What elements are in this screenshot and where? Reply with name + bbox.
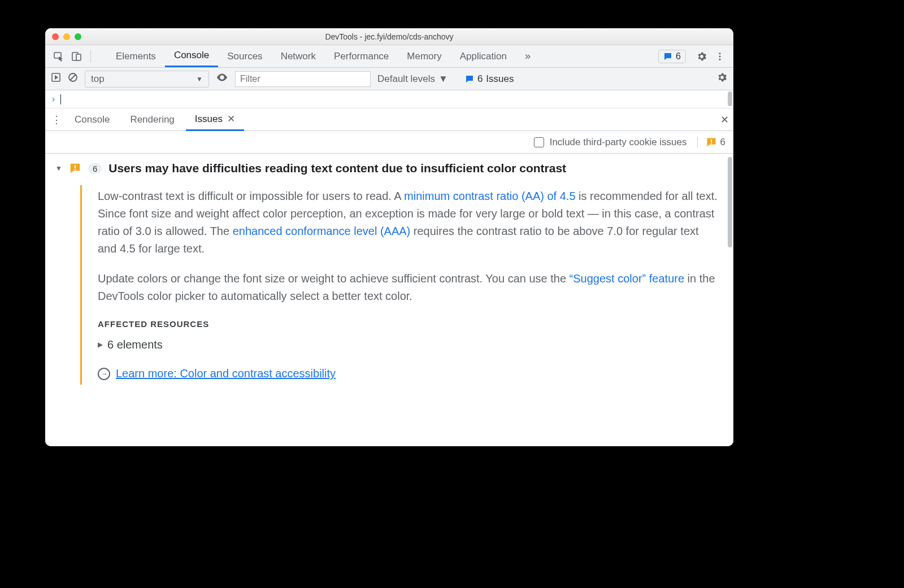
tab-console[interactable]: Console (165, 45, 218, 67)
svg-rect-11 (75, 165, 76, 169)
issues-warn-count-value: 6 (720, 137, 725, 148)
close-drawer-icon[interactable]: ✕ (720, 114, 729, 126)
link-min-contrast[interactable]: minimum contrast ratio (AA) of 4.5 (404, 190, 575, 202)
drawer-tab-rendering[interactable]: Rendering (121, 110, 183, 130)
tab-performance[interactable]: Performance (325, 46, 398, 67)
affected-resources-header: AFFECTED RESOURCES (98, 317, 720, 330)
issue-count-badge: 6 (88, 163, 102, 174)
device-toolbar-icon[interactable] (69, 49, 85, 64)
issue-body: Low-contrast text is difficult or imposs… (80, 185, 720, 385)
scrollbar-thumb[interactable] (728, 157, 732, 247)
console-prompt[interactable]: › (45, 90, 733, 108)
checkbox-icon (534, 137, 544, 147)
context-value: top (91, 73, 105, 85)
live-expression-eye-icon[interactable] (216, 71, 228, 86)
disclosure-triangle-icon: ▶ (98, 339, 103, 350)
more-menu-icon[interactable] (712, 49, 728, 64)
prompt-chevron-icon: › (51, 94, 56, 104)
context-select[interactable]: top ▼ (85, 71, 209, 88)
issues-badge-count: 6 (676, 51, 681, 62)
issue-description-2: Update colors or change the font size or… (98, 270, 720, 305)
open-issues-button[interactable]: 6 (658, 50, 686, 63)
affected-resources-label: 6 elements (107, 336, 163, 354)
settings-gear-icon[interactable] (694, 49, 710, 64)
drawer-tab-issues-label: Issues (195, 114, 223, 124)
tab-elements[interactable]: Elements (107, 46, 165, 67)
main-tabstrip: Elements Console Sources Network Perform… (45, 45, 733, 68)
tabs-overflow-button[interactable]: » (516, 46, 540, 67)
warning-icon (69, 162, 81, 175)
issue-title: Users may have difficulties reading text… (108, 162, 566, 175)
learn-more-row: → Learn more: Color and contrast accessi… (98, 365, 720, 382)
devtools-window: DevTools - jec.fyi/demo/cds-anchovy Elem… (45, 28, 733, 446)
link-aaa-level[interactable]: enhanced conformance level (AAA) (233, 225, 411, 237)
divider (90, 50, 91, 63)
chevron-down-icon: ▼ (438, 73, 448, 85)
filter-input[interactable] (235, 71, 371, 87)
link-suggest-color[interactable]: “Suggest color” feature (570, 272, 684, 285)
svg-rect-12 (75, 169, 76, 170)
inspect-element-icon[interactable] (51, 49, 67, 64)
tab-sources[interactable]: Sources (218, 46, 271, 67)
issues-link-count: 6 (477, 73, 483, 85)
issues-link[interactable]: 6 Issues (465, 73, 514, 85)
learn-more-link[interactable]: Learn more: Color and contrast accessibi… (116, 365, 336, 382)
svg-point-5 (719, 58, 721, 60)
main-tabs: Elements Console Sources Network Perform… (107, 45, 540, 67)
issue-description-1: Low-contrast text is difficult or imposs… (98, 188, 720, 258)
svg-rect-2 (76, 54, 81, 60)
disclosure-triangle-icon[interactable]: ▼ (55, 164, 62, 172)
issue-header[interactable]: ▼ 6 Users may have difficulties reading … (55, 162, 720, 175)
issues-panel: ▼ 6 Users may have difficulties reading … (45, 154, 733, 446)
tab-network[interactable]: Network (272, 46, 325, 67)
include-third-party-label: Include third-party cookie issues (550, 137, 687, 148)
console-toolbar: top ▼ Default levels ▼ 6 Issues (45, 68, 733, 90)
chevron-down-icon: ▼ (196, 75, 203, 83)
svg-point-3 (719, 53, 721, 54)
svg-rect-10 (711, 143, 712, 144)
tab-memory[interactable]: Memory (398, 46, 450, 67)
text-cursor (60, 94, 61, 104)
clear-console-icon[interactable] (68, 72, 78, 85)
issues-warn-count: 6 (697, 137, 725, 148)
affected-resources-row[interactable]: ▶ 6 elements (98, 336, 720, 354)
tab-application[interactable]: Application (451, 46, 516, 67)
svg-line-8 (70, 75, 76, 80)
drawer-more-icon[interactable]: ⋮ (50, 114, 63, 126)
log-levels-select[interactable]: Default levels ▼ (377, 73, 448, 85)
issues-link-label: Issues (486, 73, 514, 85)
titlebar: DevTools - jec.fyi/demo/cds-anchovy (45, 28, 733, 45)
arrow-circle-icon: → (98, 368, 110, 380)
svg-rect-9 (711, 140, 712, 142)
scrollbar-thumb[interactable] (728, 92, 732, 106)
drawer-tab-issues[interactable]: Issues✕ (186, 108, 244, 131)
execution-play-icon[interactable] (51, 72, 61, 85)
issue-item: ▼ 6 Users may have difficulties reading … (45, 154, 733, 398)
close-tab-icon[interactable]: ✕ (227, 114, 235, 124)
log-levels-label: Default levels (377, 73, 435, 85)
window-title: DevTools - jec.fyi/demo/cds-anchovy (45, 32, 733, 41)
drawer-tab-console[interactable]: Console (66, 110, 119, 130)
drawer-tabstrip: ⋮ Console Rendering Issues✕ ✕ (45, 108, 733, 131)
issues-toolbar: Include third-party cookie issues 6 (45, 131, 733, 154)
include-third-party-checkbox[interactable]: Include third-party cookie issues (534, 137, 687, 148)
svg-point-4 (719, 55, 721, 57)
console-settings-gear-icon[interactable] (716, 72, 728, 86)
